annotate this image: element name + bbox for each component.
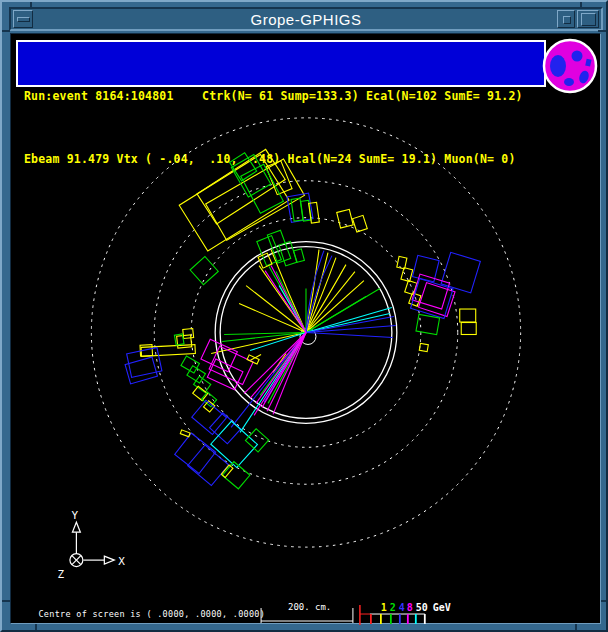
calo-hit-box <box>401 268 413 282</box>
legend-unit-gev: GeV <box>433 602 451 613</box>
particle-track <box>254 332 306 415</box>
particle-tracks <box>211 250 396 433</box>
calo-hit-box <box>460 309 476 322</box>
title-bar-face[interactable]: Grope-GPHIGS <box>11 9 601 29</box>
particle-track <box>306 281 364 333</box>
scale-bar: 200. cm. <box>261 602 353 623</box>
legend-value-50: 50 <box>416 602 428 613</box>
axis-indicator: Y X Z <box>57 509 125 581</box>
frame-notch <box>2 30 10 32</box>
display-area[interactable]: Run:event 8164:104801 Ctrk(N= 61 Sump=13… <box>10 33 601 624</box>
application-window: Grope-GPHIGS Run:event 8164:104801 Ctrk(… <box>0 0 608 632</box>
calo-hit-box <box>397 256 407 268</box>
resize-corner-left[interactable] <box>2 600 10 602</box>
calo-hit-box <box>337 209 353 228</box>
calo-hit-box <box>141 345 195 357</box>
maximize-icon <box>581 13 596 26</box>
energy-legend: 1 2 4 8 50 GeV <box>360 602 451 625</box>
calo-hit-box <box>175 433 216 473</box>
frame-notch <box>30 2 32 7</box>
legend-ticks <box>371 614 425 624</box>
legend-value-1: 1 <box>381 602 387 613</box>
minimize-icon <box>563 16 571 24</box>
scale-bar-label: 200. cm. <box>288 602 331 612</box>
calo-hit-box <box>416 314 440 334</box>
centre-of-screen-status: Centre of screen is ( .0000, .0000, .000… <box>38 609 265 619</box>
calo-hit-box <box>177 335 192 348</box>
calo-hit-box <box>194 376 211 392</box>
axis-label-z: Z <box>57 568 64 581</box>
particle-track <box>246 286 306 333</box>
calo-hit-box <box>183 329 194 339</box>
calo-hit-box <box>180 430 190 437</box>
calo-hit-box <box>188 445 229 486</box>
axis-label-y: Y <box>71 509 78 522</box>
particle-track <box>256 332 306 403</box>
frame-notch <box>598 30 606 32</box>
particle-track <box>271 266 306 333</box>
legend-value-2: 2 <box>390 602 396 613</box>
legend-value-8: 8 <box>407 602 413 613</box>
calo-hit-box <box>419 343 428 351</box>
window-title: Grope-GPHIGS <box>250 11 361 28</box>
calorimeter-hits <box>125 149 480 488</box>
particle-track <box>306 332 393 337</box>
axis-label-x: X <box>118 555 125 568</box>
calo-hit-box <box>353 215 368 232</box>
legend-value-4: 4 <box>399 602 405 613</box>
window-menu-icon <box>17 17 30 22</box>
window-menu-button[interactable] <box>13 10 33 28</box>
calo-hit-box <box>412 255 439 282</box>
particle-track <box>273 332 306 414</box>
calo-hit-box <box>461 323 476 335</box>
maximize-button[interactable] <box>577 10 599 28</box>
frame-notch <box>580 2 582 7</box>
minimize-button[interactable] <box>557 10 575 28</box>
event-display-canvas[interactable]: Y X Z Centre of screen is ( .0000, .0000… <box>11 34 602 625</box>
title-bar[interactable]: Grope-GPHIGS <box>9 7 603 31</box>
calo-hit-box <box>294 249 305 263</box>
